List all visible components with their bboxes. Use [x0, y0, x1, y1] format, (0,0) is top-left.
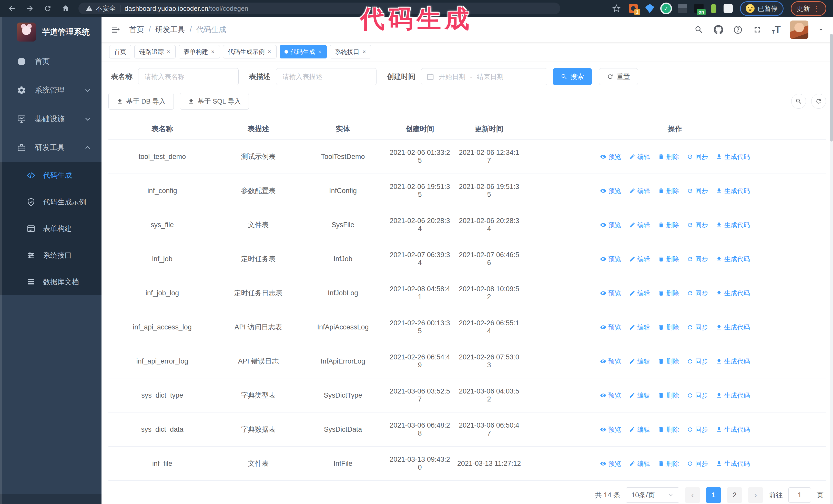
next-page-button[interactable]: › — [748, 487, 763, 503]
import-sql-button[interactable]: 基于 SQL 导入 — [180, 93, 249, 110]
sync-link[interactable]: 同步 — [687, 187, 708, 195]
user-avatar[interactable] — [790, 21, 808, 39]
browser-reload-icon[interactable] — [43, 3, 53, 14]
close-icon[interactable]: × — [166, 48, 171, 55]
edit-link[interactable]: 编辑 — [629, 152, 650, 161]
sync-link[interactable]: 同步 — [687, 323, 708, 332]
preview-link[interactable]: 预览 — [600, 221, 621, 229]
delete-link[interactable]: 删除 — [658, 221, 679, 229]
scrollbar-thumb[interactable] — [830, 34, 833, 142]
close-icon[interactable]: × — [318, 48, 322, 55]
breadcrumb-dev-tools[interactable]: 研发工具 — [155, 25, 185, 35]
sync-link[interactable]: 同步 — [687, 357, 708, 365]
delete-link[interactable]: 删除 — [658, 323, 679, 332]
sidebar-item-home[interactable]: 首页 — [0, 47, 101, 76]
sync-link[interactable]: 同步 — [687, 289, 708, 297]
browser-forward-icon[interactable] — [25, 3, 35, 14]
extension-key-icon[interactable] — [711, 4, 716, 13]
edit-link[interactable]: 编辑 — [629, 221, 650, 229]
refresh-table-button[interactable] — [811, 94, 826, 109]
table-name-input[interactable] — [138, 68, 239, 85]
date-range-picker[interactable]: 开始日期 - 结束日期 — [421, 68, 547, 85]
extension-orange-icon[interactable]: 1 — [629, 4, 638, 13]
preview-link[interactable]: 预览 — [600, 357, 621, 365]
fullscreen-icon[interactable] — [752, 25, 763, 35]
tab-tracing[interactable]: 链路追踪 × — [134, 45, 175, 58]
page-button-1[interactable]: 1 — [706, 487, 721, 503]
breadcrumb-home[interactable]: 首页 — [129, 25, 144, 35]
goto-page-input[interactable] — [788, 487, 811, 503]
sync-link[interactable]: 同步 — [687, 425, 708, 434]
extension-green-check-icon[interactable]: ✓ — [662, 4, 671, 13]
preview-link[interactable]: 预览 — [600, 187, 621, 195]
page-button-2[interactable]: 2 — [727, 487, 742, 503]
help-icon[interactable] — [733, 25, 743, 35]
preview-link[interactable]: 预览 — [600, 391, 621, 400]
preview-link[interactable]: 预览 — [600, 289, 621, 297]
sidebar-item-dev-tools[interactable]: 研发工具 — [0, 133, 101, 162]
generate-code-link[interactable]: 生成代码 — [716, 323, 750, 332]
sync-link[interactable]: 同步 — [687, 152, 708, 161]
generate-code-link[interactable]: 生成代码 — [716, 221, 750, 229]
preview-link[interactable]: 预览 — [600, 459, 621, 468]
preview-link[interactable]: 预览 — [600, 255, 621, 263]
github-icon[interactable] — [713, 25, 723, 35]
delete-link[interactable]: 删除 — [658, 391, 679, 400]
address-bar[interactable]: 不安全 dashboard.yudao.iocoder.cn/tool/code… — [78, 3, 560, 14]
browser-home-icon[interactable] — [61, 3, 71, 14]
generate-code-link[interactable]: 生成代码 — [716, 459, 750, 468]
edit-link[interactable]: 编辑 — [629, 459, 650, 468]
font-size-icon[interactable]: тT — [772, 24, 781, 35]
delete-link[interactable]: 删除 — [658, 459, 679, 468]
delete-link[interactable]: 删除 — [658, 152, 679, 161]
browser-menu-icon[interactable]: ⋮ — [813, 4, 820, 13]
page-scrollbar[interactable] — [830, 34, 833, 504]
extension-dev-icon[interactable]: on — [694, 4, 704, 13]
toggle-search-button[interactable] — [791, 94, 806, 109]
search-button[interactable]: 搜索 — [553, 68, 592, 85]
user-menu-caret-icon[interactable] — [818, 26, 824, 33]
import-db-button[interactable]: 基于 DB 导入 — [109, 93, 174, 110]
sidebar-item-infrastructure[interactable]: 基础设施 — [0, 104, 101, 133]
prev-page-button[interactable]: ‹ — [685, 487, 700, 503]
generate-code-link[interactable]: 生成代码 — [716, 357, 750, 365]
tab-codegen-example[interactable]: 代码生成示例 × — [223, 45, 277, 58]
sidebar-item-codegen[interactable]: 代码生成 — [0, 162, 101, 189]
extensions-puzzle-icon[interactable] — [723, 4, 733, 13]
sidebar-item-system-api[interactable]: 系统接口 — [0, 242, 101, 269]
table-desc-input[interactable] — [276, 68, 377, 85]
edit-link[interactable]: 编辑 — [629, 323, 650, 332]
close-icon[interactable]: × — [267, 48, 272, 55]
extension-sliders-icon[interactable] — [678, 4, 687, 13]
close-icon[interactable]: × — [211, 48, 215, 55]
profile-paused-badge[interactable]: 已暂停 — [740, 1, 784, 16]
delete-link[interactable]: 删除 — [658, 425, 679, 434]
tab-system-api[interactable]: 系统接口 × — [330, 45, 371, 58]
generate-code-link[interactable]: 生成代码 — [716, 425, 750, 434]
sidebar-collapse-bar[interactable] — [0, 494, 101, 504]
generate-code-link[interactable]: 生成代码 — [716, 255, 750, 263]
sync-link[interactable]: 同步 — [687, 255, 708, 263]
generate-code-link[interactable]: 生成代码 — [716, 187, 750, 195]
close-icon[interactable]: × — [362, 48, 366, 55]
sidebar-item-db-doc[interactable]: 数据库文档 — [0, 269, 101, 295]
tab-codegen[interactable]: 代码生成 × — [280, 45, 327, 58]
sidebar-item-form-builder[interactable]: 表单构建 — [0, 215, 101, 242]
hamburger-icon[interactable] — [110, 24, 121, 35]
sync-link[interactable]: 同步 — [687, 459, 708, 468]
edit-link[interactable]: 编辑 — [629, 255, 650, 263]
preview-link[interactable]: 预览 — [600, 425, 621, 434]
bookmark-star-icon[interactable] — [611, 3, 622, 14]
browser-back-icon[interactable] — [7, 3, 17, 14]
edit-link[interactable]: 编辑 — [629, 425, 650, 434]
edit-link[interactable]: 编辑 — [629, 357, 650, 365]
delete-link[interactable]: 删除 — [658, 357, 679, 365]
sync-link[interactable]: 同步 — [687, 391, 708, 400]
delete-link[interactable]: 删除 — [658, 255, 679, 263]
sidebar-item-system-management[interactable]: 系统管理 — [0, 76, 101, 104]
edit-link[interactable]: 编辑 — [629, 391, 650, 400]
generate-code-link[interactable]: 生成代码 — [716, 152, 750, 161]
tab-home[interactable]: 首页 — [109, 45, 131, 58]
sidebar-item-codegen-example[interactable]: 代码生成示例 — [0, 189, 101, 215]
preview-link[interactable]: 预览 — [600, 152, 621, 161]
